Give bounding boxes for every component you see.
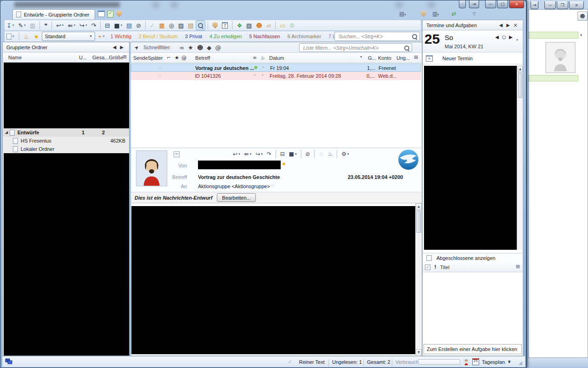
junk-button[interactable]: ⊘ (134, 20, 143, 30)
agenda-scrollbar[interactable]: ▲ (517, 66, 523, 250)
contact-folder-button[interactable]: ▱ (265, 20, 273, 30)
maximize-button[interactable]: ▢ (497, 0, 508, 8)
task-title-column[interactable]: Titel (440, 264, 449, 270)
recycle-button[interactable]: ♲ (288, 20, 297, 30)
tag-add-button[interactable]: +▾ (96, 31, 107, 41)
bg-green-field-2[interactable] (529, 75, 578, 81)
today-forward-button[interactable]: ▶ (504, 23, 512, 28)
unread-column-icon[interactable]: ∞ (253, 55, 257, 60)
bg-green-field[interactable] (529, 32, 578, 39)
titlebar-extra-button[interactable]: · (459, 0, 466, 8)
message-row-flagged[interactable]: ☆ ID 1041326 • • Freitag, 28. Februar 20… (131, 72, 421, 80)
scroll-up-icon[interactable]: ▲ (416, 203, 422, 210)
filter-starred-button[interactable]: ★ (186, 42, 195, 52)
column-size[interactable]: Größe (109, 55, 123, 60)
folder-forward-button[interactable]: ▶ (118, 45, 125, 50)
column-unread-count[interactable]: Ung... (396, 55, 410, 61)
show-completed-checkbox[interactable] (426, 255, 432, 261)
pin-icon[interactable]: ➤ (133, 44, 140, 51)
markers-button[interactable]: ✓ (148, 20, 157, 30)
search-toggle-button[interactable] (196, 20, 205, 30)
flame-column-icon[interactable]: ♨ (260, 55, 265, 60)
reply-button[interactable]: ↩▾ (54, 20, 65, 30)
star-button[interactable]: ☆ (317, 150, 326, 159)
column-send-later[interactable]: SendeSpäter (133, 55, 163, 61)
mini-calendar-icon[interactable] (98, 11, 105, 17)
tab-list-icon[interactable]: ▤▾ (399, 11, 406, 17)
task-completed-column-checkbox[interactable]: ✓ (425, 264, 430, 270)
contacts-button[interactable]: ☻ (254, 20, 264, 30)
reply-button[interactable]: ↩▾ (231, 150, 242, 159)
tag-button[interactable]: ■▾ (287, 150, 299, 159)
star-button[interactable]: ★ (32, 31, 41, 41)
bg-dropdown-arrow-icon[interactable]: ▾ (580, 33, 582, 37)
filter-attachment-button[interactable]: @ (213, 42, 223, 52)
addons-button[interactable]: ❖ (235, 20, 244, 30)
scroll-up-icon[interactable]: ▲ (518, 66, 523, 72)
tag-filter-privat[interactable]: 3 Privat (185, 34, 202, 39)
tab-drafts[interactable]: Entwürfe - Gruppierte Ordner (12, 9, 95, 19)
tag-filter-archivmarker[interactable]: 6 Archivmarker (288, 34, 321, 39)
filter-tag-button[interactable]: ◆ (205, 42, 213, 52)
tag-filter-wichtig[interactable]: 1 Wichtig (111, 34, 131, 39)
scroll-down-icon[interactable]: ▼ (416, 349, 422, 356)
twisty-expanded-icon[interactable]: ◢ (4, 131, 9, 134)
shield-icon[interactable] (116, 11, 122, 17)
column-picker-icon[interactable]: ⊞ (516, 264, 520, 269)
tag-button[interactable]: ■▾ (112, 20, 124, 30)
titlebar-pin-button[interactable]: ⇥ (469, 0, 479, 8)
bg-contact-button[interactable]: ☻ (577, 12, 588, 21)
chat-button[interactable]: ❝ (42, 20, 49, 30)
priority-column-icon[interactable]: ! (434, 264, 436, 270)
next-day-icon[interactable]: ▶ (509, 35, 513, 40)
flame-button[interactable]: ♨ (326, 150, 335, 159)
address-book-2-button[interactable]: ▤ (186, 20, 195, 30)
scrollbar-thumb[interactable] (416, 211, 421, 233)
date-dropdown-icon[interactable]: ▾ (516, 39, 518, 42)
collapse-header-button[interactable]: − (174, 151, 180, 157)
minimize-button[interactable]: — (485, 0, 496, 8)
tasks-button[interactable]: 7 (220, 20, 230, 30)
attachment-column-icon[interactable]: @ (181, 55, 187, 60)
bg-close-button[interactable]: × (569, 1, 584, 9)
prev-day-icon[interactable]: ◀ (495, 35, 499, 40)
thread-column-icon[interactable]: ⌐ (167, 55, 171, 60)
today-circle-icon[interactable]: ○ (502, 35, 506, 40)
message-body-scrollbar[interactable]: ▲ ▼ (415, 203, 422, 356)
today-close-button[interactable]: × (512, 23, 519, 28)
reply-all-button[interactable]: ⇚▾ (243, 150, 254, 159)
star-outline-icon[interactable]: ☆ (158, 73, 162, 78)
new-event-button[interactable]: ▦ (157, 20, 166, 30)
saved-search-button[interactable]: ▨ (176, 20, 186, 30)
today-pane-toggle-label[interactable]: Tagesplan (482, 359, 505, 365)
address-book-button[interactable]: ▥ (28, 20, 37, 30)
edit-draft-button[interactable]: Bearbeiten... (217, 193, 255, 202)
scrollbar-thumb[interactable] (518, 73, 522, 98)
file-search-button[interactable]: ▧ (244, 20, 254, 30)
tasks-clipboard-icon[interactable]: ✓ (107, 11, 113, 17)
redirect-button[interactable]: ↷ (89, 20, 98, 30)
flame-button[interactable]: ♨ (22, 31, 31, 41)
get-messages-button[interactable]: ↧▾ (5, 20, 16, 30)
filter-contact-button[interactable]: ☻ (195, 42, 205, 52)
today-back-button[interactable]: ◀ (498, 23, 505, 28)
forward-button[interactable]: ↪▾ (254, 150, 265, 159)
tag-filter-nachfassen[interactable]: 5 Nachfassen (249, 34, 280, 39)
today-pane-calendar-icon[interactable]: 25 (472, 358, 479, 365)
resize-grip[interactable]: ◢ (519, 361, 522, 365)
list-filter-input[interactable] (299, 43, 412, 52)
tag-filter-beruf[interactable]: 2 Beruf / Studium (139, 34, 178, 39)
tag-filter-erledigen[interactable]: 4 Zu erledigen (209, 34, 242, 39)
column-account[interactable]: Konto (378, 55, 391, 61)
today-pane-chevron-icon[interactable]: ∨ (508, 360, 511, 364)
star-outline-icon[interactable]: ☆ (158, 65, 163, 70)
folder-back-button[interactable]: ◀ (111, 45, 119, 50)
new-event-row[interactable]: + Neuer Termin (423, 52, 523, 64)
star-column-icon[interactable]: ★ (175, 55, 179, 60)
bg-restore-button[interactable]: ❐ (557, 1, 568, 9)
write-button[interactable]: ✎▾ (16, 20, 27, 30)
column-date[interactable]: Datum (269, 55, 284, 61)
starred-sender-icon[interactable]: ★ (282, 161, 286, 167)
status-avatar-icon[interactable] (463, 358, 469, 366)
privacy-shield-button[interactable] (210, 20, 220, 30)
